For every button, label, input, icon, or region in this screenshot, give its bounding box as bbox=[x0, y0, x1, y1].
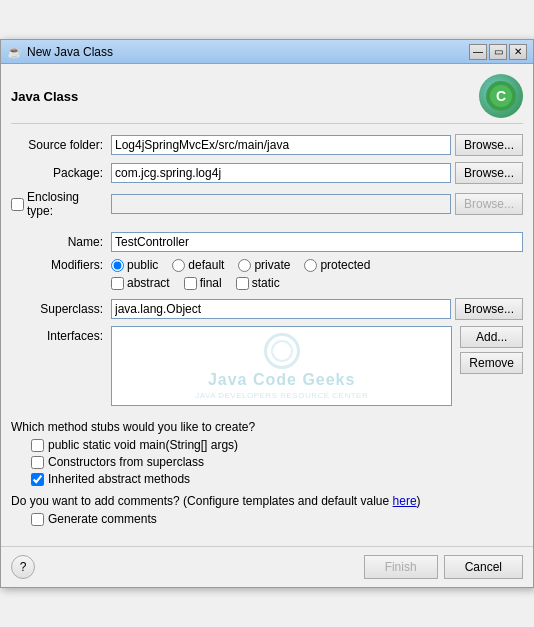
interfaces-label: Interfaces: bbox=[11, 326, 111, 343]
modifier-checks-row: abstract final static bbox=[111, 276, 523, 290]
cancel-button[interactable]: Cancel bbox=[444, 555, 523, 579]
section-title: Java Class bbox=[11, 89, 78, 104]
modifier-private-label: private bbox=[254, 258, 290, 272]
stub-constructors-checkbox[interactable] bbox=[31, 456, 44, 469]
superclass-label: Superclass: bbox=[11, 302, 111, 316]
modifiers-row: Modifiers: public default private protec… bbox=[11, 258, 523, 272]
java-logo: C bbox=[479, 74, 523, 118]
window-title: New Java Class bbox=[27, 45, 113, 59]
interfaces-row: Interfaces: Java Code Geeks JAVA DEVELOP… bbox=[11, 326, 523, 406]
comments-title-suffix: ) bbox=[417, 494, 421, 508]
watermark-text-sub: JAVA DEVELOPERS RESOURCE CENTER bbox=[195, 391, 368, 400]
footer: ? Finish Cancel bbox=[1, 546, 533, 587]
modifiers-radio-group: public default private protected bbox=[111, 258, 523, 272]
superclass-row: Superclass: Browse... bbox=[11, 298, 523, 320]
comments-here-link[interactable]: here bbox=[393, 494, 417, 508]
comments-section: Do you want to add comments? (Configure … bbox=[11, 494, 523, 526]
watermark-circle bbox=[264, 333, 300, 369]
modifier-protected-radio[interactable] bbox=[304, 259, 317, 272]
modifier-private-radio[interactable] bbox=[238, 259, 251, 272]
watermark-text-main: Java Code Geeks bbox=[208, 371, 356, 389]
source-folder-label: Source folder: bbox=[11, 138, 111, 152]
content-area: Java Class C Source folder: Browse... Pa… bbox=[1, 64, 533, 546]
modifier-public-radio[interactable] bbox=[111, 259, 124, 272]
static-checkbox[interactable] bbox=[236, 277, 249, 290]
package-input[interactable] bbox=[111, 163, 451, 183]
package-row: Package: Browse... bbox=[11, 162, 523, 184]
stub-constructors-label: Constructors from superclass bbox=[48, 455, 204, 469]
superclass-browse-button[interactable]: Browse... bbox=[455, 298, 523, 320]
superclass-input[interactable] bbox=[111, 299, 451, 319]
source-folder-browse-button[interactable]: Browse... bbox=[455, 134, 523, 156]
main-window: ☕ New Java Class — ▭ ✕ Java Class C Sour… bbox=[0, 39, 534, 588]
stubs-title: Which method stubs would you like to cre… bbox=[11, 420, 523, 434]
stubs-section: Which method stubs would you like to cre… bbox=[11, 420, 523, 486]
enclosing-type-input[interactable] bbox=[111, 194, 451, 214]
abstract-option[interactable]: abstract bbox=[111, 276, 170, 290]
modifier-private-option[interactable]: private bbox=[238, 258, 290, 272]
stub-inherited-checkbox[interactable] bbox=[31, 473, 44, 486]
stub-item-inherited: Inherited abstract methods bbox=[31, 472, 523, 486]
modifier-default-label: default bbox=[188, 258, 224, 272]
modifier-public-option[interactable]: public bbox=[111, 258, 158, 272]
modifiers-label: Modifiers: bbox=[11, 258, 111, 272]
stub-main-checkbox[interactable] bbox=[31, 439, 44, 452]
minimize-button[interactable]: — bbox=[469, 44, 487, 60]
modifier-default-option[interactable]: default bbox=[172, 258, 224, 272]
final-checkbox[interactable] bbox=[184, 277, 197, 290]
modifier-default-radio[interactable] bbox=[172, 259, 185, 272]
modifier-protected-option[interactable]: protected bbox=[304, 258, 370, 272]
finish-button[interactable]: Finish bbox=[364, 555, 438, 579]
enclosing-type-row: Enclosing type: Browse... bbox=[11, 190, 523, 218]
generate-comments-label: Generate comments bbox=[48, 512, 157, 526]
abstract-label: abstract bbox=[127, 276, 170, 290]
package-browse-button[interactable]: Browse... bbox=[455, 162, 523, 184]
name-label: Name: bbox=[11, 235, 111, 249]
enclosing-browse-button[interactable]: Browse... bbox=[455, 193, 523, 215]
svg-text:C: C bbox=[496, 88, 506, 104]
close-button[interactable]: ✕ bbox=[509, 44, 527, 60]
abstract-checkbox[interactable] bbox=[111, 277, 124, 290]
modifier-public-label: public bbox=[127, 258, 158, 272]
section-header: Java Class C bbox=[11, 74, 523, 124]
generate-comments-checkbox[interactable] bbox=[31, 513, 44, 526]
enclosing-type-checkbox[interactable] bbox=[11, 198, 24, 211]
comments-title-prefix: Do you want to add comments? (Configure … bbox=[11, 494, 393, 508]
interfaces-buttons: Add... Remove bbox=[456, 326, 523, 374]
source-folder-row: Source folder: Browse... bbox=[11, 134, 523, 156]
title-buttons: — ▭ ✕ bbox=[469, 44, 527, 60]
static-option[interactable]: static bbox=[236, 276, 280, 290]
interfaces-box: Java Code Geeks JAVA DEVELOPERS RESOURCE… bbox=[111, 326, 452, 406]
watermark-inner bbox=[271, 340, 293, 362]
help-button[interactable]: ? bbox=[11, 555, 35, 579]
final-option[interactable]: final bbox=[184, 276, 222, 290]
final-label: final bbox=[200, 276, 222, 290]
title-bar-left: ☕ New Java Class bbox=[7, 45, 113, 59]
title-bar: ☕ New Java Class — ▭ ✕ bbox=[1, 40, 533, 64]
remove-button[interactable]: Remove bbox=[460, 352, 523, 374]
stub-item-constructors: Constructors from superclass bbox=[31, 455, 523, 469]
window-icon: ☕ bbox=[7, 45, 22, 59]
modifier-protected-label: protected bbox=[320, 258, 370, 272]
enclosing-type-label: Enclosing type: bbox=[24, 190, 103, 218]
source-folder-input[interactable] bbox=[111, 135, 451, 155]
stub-main-label: public static void main(String[] args) bbox=[48, 438, 238, 452]
name-row: Name: bbox=[11, 232, 523, 252]
static-label: static bbox=[252, 276, 280, 290]
generate-comments-item: Generate comments bbox=[31, 512, 523, 526]
comments-title: Do you want to add comments? (Configure … bbox=[11, 494, 523, 508]
package-label: Package: bbox=[11, 166, 111, 180]
name-input[interactable] bbox=[111, 232, 523, 252]
stub-item-main: public static void main(String[] args) bbox=[31, 438, 523, 452]
maximize-button[interactable]: ▭ bbox=[489, 44, 507, 60]
stub-inherited-label: Inherited abstract methods bbox=[48, 472, 190, 486]
add-button[interactable]: Add... bbox=[460, 326, 523, 348]
watermark: Java Code Geeks JAVA DEVELOPERS RESOURCE… bbox=[112, 327, 451, 405]
